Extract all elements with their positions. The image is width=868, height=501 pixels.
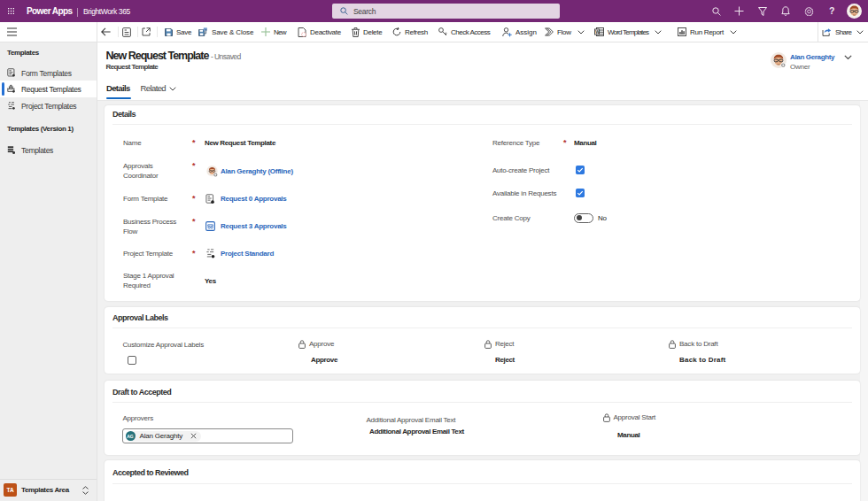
svg-text:W: W — [595, 29, 600, 35]
